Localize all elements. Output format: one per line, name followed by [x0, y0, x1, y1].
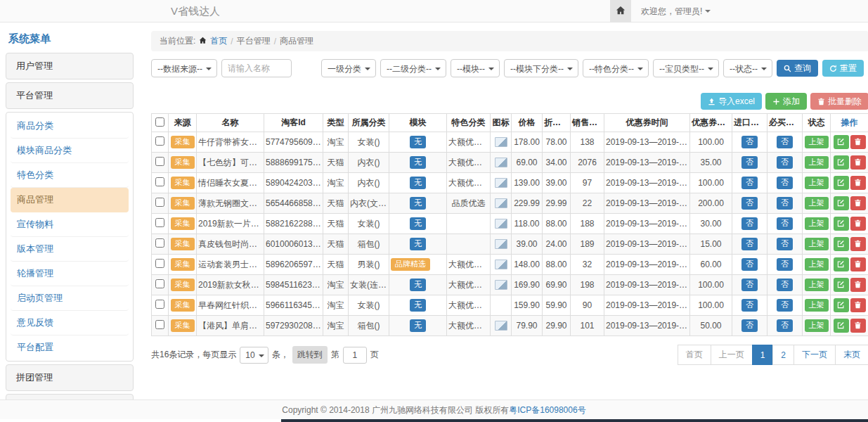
icp-link[interactable]: 粤ICP备16098006号	[509, 405, 585, 415]
edit-button[interactable]	[834, 257, 849, 271]
must-buy-badge[interactable]: 否	[777, 177, 793, 189]
edit-button[interactable]	[834, 319, 849, 333]
select-all-checkbox[interactable]	[155, 117, 164, 127]
import-select-badge[interactable]: 否	[741, 238, 758, 250]
must-buy-badge[interactable]: 否	[777, 136, 793, 148]
edit-button[interactable]	[834, 298, 849, 312]
must-buy-badge[interactable]: 否	[777, 279, 793, 291]
delete-button[interactable]	[850, 257, 866, 271]
must-buy-badge[interactable]: 否	[777, 299, 793, 312]
sidebar-group-header[interactable]: 省惠快报	[6, 394, 134, 399]
must-buy-badge[interactable]: 否	[777, 217, 793, 230]
sidebar-item-link[interactable]: 特色分类	[11, 163, 129, 188]
import-select-badge[interactable]: 否	[741, 197, 758, 210]
jump-button[interactable]: 跳转到	[292, 346, 328, 364]
filter-select[interactable]: --二级分类--	[380, 59, 446, 77]
delete-button[interactable]	[850, 217, 866, 231]
status-badge[interactable]: 上架	[805, 136, 829, 148]
status-badge[interactable]: 上架	[805, 258, 829, 271]
page-button-首页[interactable]: 首页	[678, 345, 711, 365]
home-button[interactable]	[610, 0, 631, 23]
row-checkbox[interactable]	[155, 279, 164, 288]
import-select-badge[interactable]: 否	[741, 156, 758, 169]
delete-button[interactable]	[850, 135, 866, 149]
filter-select[interactable]: --状态--	[723, 59, 772, 77]
row-checkbox[interactable]	[155, 218, 164, 227]
per-page-select[interactable]: 10	[240, 347, 268, 364]
user-menu[interactable]: 欢迎您，管理员!	[641, 6, 711, 18]
row-checkbox[interactable]	[155, 238, 164, 248]
page-button-1[interactable]: 1	[752, 345, 774, 365]
filter-select[interactable]: --特色分类--	[583, 59, 649, 77]
row-checkbox[interactable]	[155, 198, 164, 207]
filter-select[interactable]: 一级分类	[321, 59, 376, 77]
page-button-上一页[interactable]: 上一页	[711, 345, 753, 365]
edit-button[interactable]	[834, 155, 849, 170]
sidebar-item-link[interactable]: 平台配置	[11, 335, 129, 359]
edit-button[interactable]	[834, 217, 849, 231]
sidebar-item-link[interactable]: 模块商品分类	[11, 139, 129, 163]
edit-button[interactable]	[834, 237, 849, 251]
delete-button[interactable]	[850, 155, 866, 170]
edit-button[interactable]	[834, 176, 849, 190]
delete-button[interactable]	[850, 176, 866, 190]
batch-delete-button[interactable]: 批量删除	[810, 93, 868, 110]
delete-button[interactable]	[850, 196, 866, 210]
delete-button[interactable]	[850, 237, 866, 251]
edit-button[interactable]	[834, 135, 849, 149]
row-checkbox[interactable]	[155, 157, 164, 166]
sidebar-group-header[interactable]: 用户管理	[6, 53, 134, 79]
name-search-input[interactable]	[221, 59, 292, 77]
must-buy-badge[interactable]: 否	[777, 238, 793, 250]
sidebar-item-link[interactable]: 启动页管理	[11, 286, 129, 311]
status-badge[interactable]: 上架	[805, 299, 829, 312]
status-badge[interactable]: 上架	[805, 319, 829, 332]
page-number-input[interactable]	[343, 347, 367, 364]
import-select-badge[interactable]: 否	[741, 217, 758, 230]
must-buy-badge[interactable]: 否	[777, 319, 793, 332]
import-select-badge[interactable]: 否	[741, 319, 758, 332]
status-badge[interactable]: 上架	[805, 177, 829, 189]
sidebar-item-active[interactable]: 商品管理	[11, 188, 129, 212]
page-button-2[interactable]: 2	[772, 345, 794, 365]
filter-select[interactable]: --数据来源--	[151, 59, 217, 77]
page-button-末页[interactable]: 末页	[835, 345, 868, 365]
sidebar-group-header[interactable]: 拼团管理	[6, 364, 134, 391]
filter-select[interactable]: --模块下分类--	[504, 59, 578, 77]
sidebar-item-link[interactable]: 意见反馈	[11, 311, 129, 335]
must-buy-badge[interactable]: 否	[777, 156, 793, 169]
edit-button[interactable]	[834, 278, 849, 292]
status-badge[interactable]: 上架	[805, 197, 829, 210]
import-excel-button[interactable]: 导入excel	[701, 93, 762, 110]
sidebar-group-header[interactable]: 平台管理	[6, 82, 134, 109]
row-checkbox[interactable]	[155, 136, 164, 146]
edit-button[interactable]	[834, 196, 849, 210]
status-badge[interactable]: 上架	[805, 279, 829, 291]
sidebar-item-link[interactable]: 轮播管理	[11, 262, 129, 286]
filter-select[interactable]: --宝贝类型--	[653, 59, 719, 77]
search-button[interactable]: 查询	[777, 60, 818, 77]
import-select-badge[interactable]: 否	[741, 177, 758, 189]
row-checkbox[interactable]	[155, 177, 164, 186]
status-badge[interactable]: 上架	[805, 238, 829, 250]
page-button-下一页[interactable]: 下一页	[793, 345, 836, 365]
import-select-badge[interactable]: 否	[741, 258, 758, 271]
must-buy-badge[interactable]: 否	[777, 258, 793, 271]
add-button[interactable]: 添加	[765, 93, 807, 110]
sidebar-item-link[interactable]: 宣传物料	[11, 212, 129, 237]
status-badge[interactable]: 上架	[805, 217, 829, 230]
reset-button[interactable]: 重置	[822, 60, 864, 77]
filter-select[interactable]: --模块--	[451, 59, 500, 77]
import-select-badge[interactable]: 否	[741, 136, 758, 148]
row-checkbox[interactable]	[155, 259, 164, 268]
row-checkbox[interactable]	[155, 320, 164, 329]
sidebar-item-link[interactable]: 商品分类	[11, 114, 129, 139]
delete-button[interactable]	[850, 298, 866, 312]
row-checkbox[interactable]	[155, 300, 164, 309]
import-select-badge[interactable]: 否	[741, 279, 758, 291]
must-buy-badge[interactable]: 否	[777, 197, 793, 210]
import-select-badge[interactable]: 否	[741, 299, 758, 312]
breadcrumb-home-link[interactable]: 首页	[210, 35, 227, 47]
sidebar-item-link[interactable]: 版本管理	[11, 237, 129, 262]
delete-button[interactable]	[850, 278, 866, 292]
